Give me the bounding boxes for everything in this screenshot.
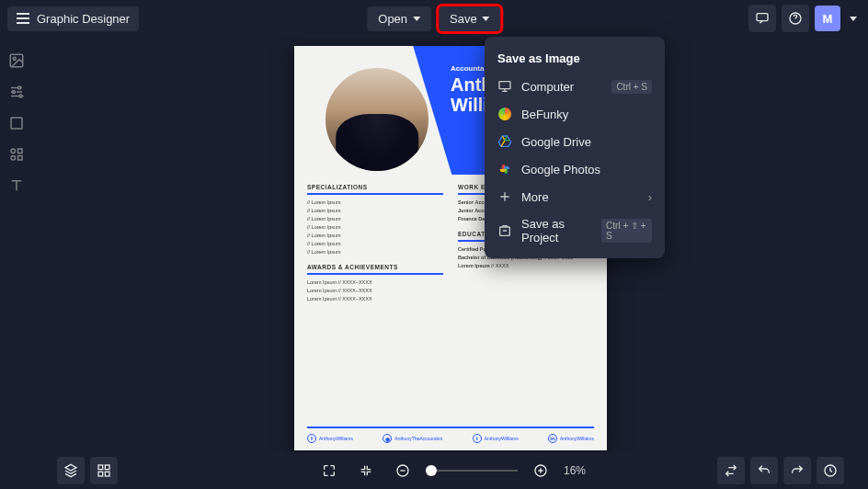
swap-icon	[724, 463, 738, 478]
image-tool-icon[interactable]	[7, 51, 26, 70]
help-icon	[788, 11, 803, 26]
zoom-in-button[interactable]	[527, 457, 554, 484]
svg-point-3	[13, 57, 16, 60]
chevron-down-icon	[413, 17, 420, 21]
redo-icon	[790, 463, 805, 478]
chevron-down-icon[interactable]	[850, 17, 857, 21]
svg-point-10	[11, 156, 16, 161]
save-menu-item[interactable]: Save as ProjectCtrl + ⇧ + S	[485, 210, 665, 251]
text-tool-icon[interactable]	[7, 176, 26, 195]
compare-button[interactable]	[717, 457, 745, 484]
grid-icon	[97, 463, 111, 478]
hamburger-icon	[17, 13, 29, 24]
svg-rect-15	[105, 465, 109, 470]
svg-rect-7	[11, 118, 22, 129]
undo-icon	[757, 463, 771, 478]
expand-icon	[322, 463, 337, 478]
save-menu-item[interactable]: Google Drive	[485, 128, 665, 155]
history-icon	[823, 463, 838, 478]
profile-photo	[322, 64, 432, 175]
layers-icon	[63, 463, 78, 478]
fullscreen-button[interactable]	[315, 457, 343, 484]
zoom-handle[interactable]	[426, 465, 437, 476]
left-sidebar	[0, 37, 33, 195]
svg-point-8	[11, 149, 16, 154]
save-dropdown: Save as Image ComputerCtrl + SBeFunkyGoo…	[485, 37, 665, 258]
zoom-slider[interactable]	[426, 470, 518, 472]
dropdown-header: Save as Image	[485, 44, 665, 73]
befunky-icon	[497, 107, 512, 121]
svg-rect-12	[499, 82, 510, 89]
zoom-out-button[interactable]	[389, 457, 417, 484]
shapes-tool-icon[interactable]	[7, 114, 26, 132]
svg-rect-13	[500, 227, 510, 235]
chat-icon	[755, 11, 770, 26]
top-bar: Graphic Designer Open Save M	[0, 0, 868, 37]
app-menu-button[interactable]: Graphic Designer	[7, 6, 139, 31]
elements-tool-icon[interactable]	[7, 145, 26, 164]
avatar[interactable]: M	[815, 6, 840, 31]
save-menu-item[interactable]: BeFunky	[485, 100, 665, 128]
svg-rect-17	[105, 472, 109, 476]
plus-icon	[497, 189, 512, 204]
grid-button[interactable]	[90, 457, 118, 484]
save-menu-item[interactable]: Google Photos	[485, 155, 665, 183]
save-menu-item[interactable]: More›	[485, 183, 665, 210]
bottom-bar: 16%	[33, 452, 868, 489]
svg-rect-16	[98, 472, 103, 476]
save-menu-item[interactable]: ComputerCtrl + S	[485, 73, 665, 100]
app-title: Graphic Designer	[37, 12, 130, 26]
adjust-tool-icon[interactable]	[7, 83, 26, 101]
svg-rect-11	[18, 156, 23, 161]
save-button[interactable]: Save	[439, 6, 501, 31]
help-button[interactable]	[782, 5, 809, 32]
collapse-icon	[359, 463, 373, 478]
gdrive-icon	[497, 134, 512, 149]
fit-button[interactable]	[352, 457, 380, 484]
gphotos-icon	[497, 162, 512, 176]
open-button[interactable]: Open	[367, 6, 431, 31]
svg-rect-9	[18, 149, 23, 154]
plus-circle-icon	[533, 463, 548, 478]
svg-rect-0	[757, 14, 768, 21]
feedback-button[interactable]	[748, 5, 776, 32]
computer-icon	[497, 79, 512, 94]
history-button[interactable]	[817, 457, 844, 484]
zoom-percent: 16%	[564, 464, 586, 477]
redo-button[interactable]	[783, 457, 811, 484]
undo-button[interactable]	[750, 457, 778, 484]
layers-button[interactable]	[57, 457, 85, 484]
canvas-area[interactable]: Accountant AnthonyWilliams // www.anthon…	[33, 37, 868, 452]
chevron-right-icon: ›	[648, 190, 652, 204]
svg-rect-14	[98, 465, 103, 470]
chevron-down-icon	[483, 17, 490, 21]
minus-circle-icon	[395, 463, 410, 478]
svg-point-4	[18, 86, 21, 89]
project-icon	[497, 223, 512, 238]
